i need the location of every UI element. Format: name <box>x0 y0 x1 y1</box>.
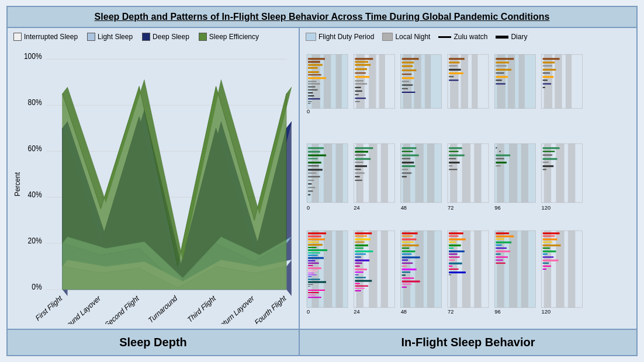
svg-rect-179 <box>509 144 517 203</box>
svg-rect-76 <box>402 77 414 79</box>
svg-rect-112 <box>543 72 550 74</box>
svg-rect-207 <box>308 242 319 243</box>
sleep-depth-chart-area: Percent 100% 80% 60% 40% 20% 0% <box>13 44 293 324</box>
svg-rect-32 <box>335 54 341 109</box>
svg-rect-47 <box>308 101 311 102</box>
svg-rect-278 <box>402 284 411 285</box>
svg-rect-312 <box>496 254 500 255</box>
svg-rect-83 <box>461 54 468 109</box>
svg-rect-243 <box>355 257 361 258</box>
svg-rect-259 <box>415 231 423 308</box>
svg-rect-274 <box>402 272 410 273</box>
deep-sleep-label: Deep Sleep <box>153 33 189 41</box>
svg-rect-91 <box>449 79 458 81</box>
light-sleep-label: Light Sleep <box>98 33 133 41</box>
svg-rect-48 <box>308 103 310 104</box>
svg-rect-224 <box>308 284 313 285</box>
svg-rect-184 <box>496 158 504 159</box>
svg-text:24: 24 <box>354 205 359 211</box>
svg-rect-37 <box>308 71 319 73</box>
svg-rect-88 <box>449 69 461 71</box>
svg-rect-159 <box>402 162 414 163</box>
svg-rect-251 <box>355 280 372 282</box>
svg-rect-87 <box>449 65 457 67</box>
svg-rect-214 <box>308 260 315 262</box>
svg-rect-266 <box>402 248 409 249</box>
svg-rect-133 <box>308 190 313 192</box>
svg-rect-298 <box>449 272 466 274</box>
svg-rect-237 <box>355 239 371 241</box>
svg-rect-246 <box>355 266 359 267</box>
svg-rect-228 <box>308 295 315 296</box>
svg-rect-218 <box>308 270 317 272</box>
svg-rect-84 <box>472 54 477 109</box>
svg-rect-215 <box>308 263 319 264</box>
inflight-chart-row1: 0 <box>306 44 631 134</box>
flight-duty-label: Flight Duty Period <box>318 33 374 41</box>
svg-rect-180 <box>521 144 528 203</box>
svg-rect-174 <box>449 165 452 166</box>
zulu-watch-swatch <box>438 36 451 38</box>
legend-diary: Diary <box>496 33 527 41</box>
svg-rect-148 <box>355 176 359 177</box>
svg-rect-194 <box>543 154 552 155</box>
svg-rect-275 <box>402 275 406 276</box>
svg-rect-69 <box>414 54 421 109</box>
svg-rect-44 <box>308 92 313 93</box>
svg-rect-60 <box>355 80 363 81</box>
main-content: Interrupted Sleep Light Sleep Deep Sleep… <box>8 28 636 329</box>
chart-inner: 100% 80% 60% 40% 20% 0% <box>24 44 293 324</box>
svg-rect-62 <box>355 87 361 88</box>
svg-rect-252 <box>355 283 359 284</box>
svg-rect-106 <box>555 54 562 109</box>
svg-rect-296 <box>449 266 452 267</box>
svg-text:120: 120 <box>542 309 550 315</box>
svg-rect-289 <box>449 245 461 246</box>
deep-sleep-swatch <box>142 33 150 41</box>
svg-rect-293 <box>449 257 460 258</box>
legend-efficiency: Sleep Efficiency <box>199 33 259 41</box>
svg-text:0: 0 <box>307 109 310 114</box>
svg-rect-65 <box>355 98 366 99</box>
svg-rect-250 <box>355 277 366 279</box>
right-row-2: 0 <box>306 137 631 227</box>
svg-rect-74 <box>402 69 417 71</box>
sleep-depth-chart: 100% 80% 60% 40% 20% 0% <box>24 44 293 324</box>
svg-text:0: 0 <box>307 205 310 211</box>
svg-rect-209 <box>308 247 316 248</box>
svg-rect-90 <box>449 76 453 77</box>
svg-rect-116 <box>543 87 545 88</box>
svg-text:96: 96 <box>494 205 500 211</box>
svg-rect-217 <box>308 267 321 269</box>
svg-rect-291 <box>449 250 465 252</box>
svg-rect-330 <box>543 260 559 262</box>
svg-rect-43 <box>308 89 317 90</box>
svg-rect-55 <box>355 61 368 62</box>
svg-rect-99 <box>496 69 511 71</box>
svg-rect-110 <box>543 65 552 67</box>
svg-rect-98 <box>496 65 507 67</box>
svg-rect-205 <box>308 236 321 238</box>
svg-text:60%: 60% <box>28 143 42 154</box>
svg-rect-329 <box>543 257 554 258</box>
svg-text:Fourth Flight: Fourth Flight <box>254 293 288 324</box>
svg-rect-97 <box>496 61 509 63</box>
svg-rect-58 <box>355 72 366 74</box>
svg-rect-223 <box>308 281 326 283</box>
svg-rect-153 <box>415 144 423 203</box>
svg-rect-264 <box>402 242 414 243</box>
svg-rect-52 <box>369 54 376 109</box>
svg-rect-113 <box>543 76 554 78</box>
right-row-3: 0 <box>306 228 631 324</box>
svg-rect-61 <box>355 83 367 85</box>
svg-rect-239 <box>355 245 368 246</box>
svg-text:0%: 0% <box>32 281 41 291</box>
svg-rect-238 <box>355 242 364 243</box>
svg-rect-63 <box>355 90 362 92</box>
svg-rect-269 <box>402 257 420 259</box>
svg-rect-292 <box>449 254 457 255</box>
svg-rect-80 <box>402 92 416 93</box>
legend-zulu: Zulu watch <box>438 33 487 41</box>
svg-rect-286 <box>449 236 458 237</box>
svg-rect-71 <box>402 58 419 60</box>
